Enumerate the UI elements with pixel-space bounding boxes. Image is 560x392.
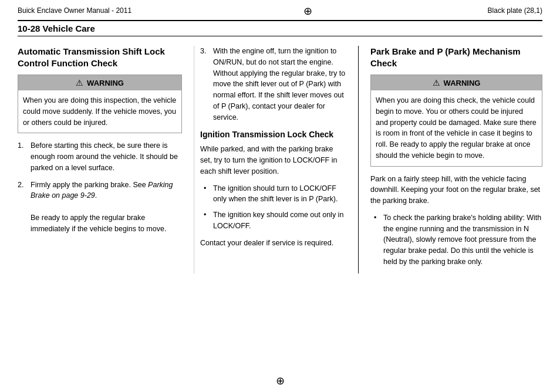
header-center [303,5,315,16]
left-warning-box: ⚠ WARNING When you are doing this inspec… [18,75,182,133]
bullet-text-2: The ignition key should come out only in… [213,209,346,232]
right-warning-title: WARNING [444,79,481,87]
middle-column: 3. With the engine off, turn the ignitio… [194,46,358,273]
right-warning-body: When you are doing this check, the vehic… [371,90,542,166]
main-content: Automatic Transmission Shift Lock Contro… [18,46,542,273]
list-item-text-2: Firmly apply the parking brake. See Park… [31,180,182,235]
ignition-lock-paragraph: While parked, and with the parking brake… [200,144,346,177]
left-warning-header: ⚠ WARNING [18,75,181,90]
list-number-1: 1. [18,140,27,173]
right-column: Park Brake and P (Park) Mechanism Check … [358,46,542,273]
list-item: 3. With the engine off, turn the ignitio… [200,46,346,123]
ignition-bullet-list: The ignition should turn to LOCK/OFF onl… [200,183,346,232]
left-article-heading: Automatic Transmission Shift Lock Contro… [18,46,182,69]
right-warning-box: ⚠ WARNING When you are doing this check,… [370,75,542,167]
header-left: Buick Enclave Owner Manual - 2011 [18,6,131,15]
list-number-2: 2. [18,180,27,235]
header-right: Black plate (28,1) [488,6,542,15]
warning-triangle-icon-2: ⚠ [433,78,440,87]
list-item: The ignition should turn to LOCK/OFF onl… [200,183,346,205]
list-item: 1. Before starting this check, be sure t… [18,140,182,173]
section-title: 10-28 Vehicle Care [18,23,95,33]
page-footer [276,374,285,387]
park-paragraph-1: Park on a fairly steep hill, with the ve… [370,174,542,207]
left-warning-title: WARNING [87,79,124,87]
section-header: 10-28 Vehicle Care [18,20,542,36]
middle-numbered-list: 3. With the engine off, turn the ignitio… [200,46,346,123]
left-column: Automatic Transmission Shift Lock Contro… [18,46,194,273]
bullet-text-1: The ignition should turn to LOCK/OFF onl… [213,183,346,205]
right-warning-header: ⚠ WARNING [371,75,542,90]
warning-triangle-icon: ⚠ [76,78,83,87]
list-item: To check the parking brake's holding abi… [370,212,542,268]
list-item: The ignition key should come out only in… [200,209,346,232]
left-numbered-list: 1. Before starting this check, be sure t… [18,140,182,234]
link-parking-brake: Parking Brake on page 9-29 [31,181,173,200]
page-header: Buick Enclave Owner Manual - 2011 Black … [18,0,542,20]
right-warning-text: When you are doing this check, the vehic… [376,96,537,160]
list-item-text-3: With the engine off, turn the ignition t… [213,46,346,123]
list-item: 2. Firmly apply the parking brake. See P… [18,180,182,235]
left-warning-text: When you are doing this inspection, the … [23,96,176,127]
park-bullet-text-1: To check the parking brake's holding abi… [383,212,542,268]
crosshair-top-icon [303,5,315,16]
crosshair-bottom-icon [276,377,285,386]
left-warning-body: When you are doing this inspection, the … [18,90,181,133]
list-item-text-1: Before starting this check, be sure ther… [31,140,182,173]
list-number-3: 3. [200,46,210,123]
park-bullet-list: To check the parking brake's holding abi… [370,212,542,268]
ignition-lock-heading: Ignition Transmission Lock Check [200,130,346,139]
ignition-footer-paragraph: Contact your dealer if service is requir… [200,238,346,249]
page-container: Buick Enclave Owner Manual - 2011 Black … [0,0,560,392]
right-article-heading: Park Brake and P (Park) Mechanism Check [370,46,542,69]
